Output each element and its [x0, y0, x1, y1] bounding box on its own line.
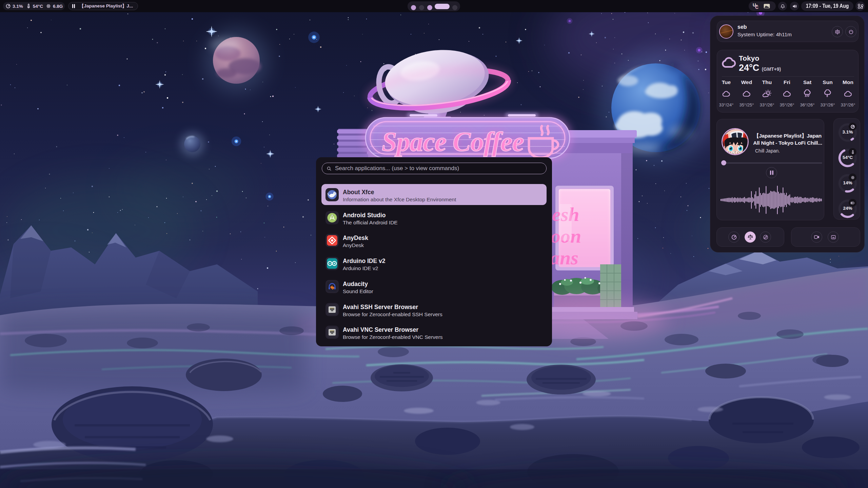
svg-text:TOKYO L: TOKYO L: [727, 150, 746, 155]
svg-text:Space Coffee: Space Coffee: [382, 127, 524, 157]
svg-text:ans: ans: [550, 247, 578, 269]
